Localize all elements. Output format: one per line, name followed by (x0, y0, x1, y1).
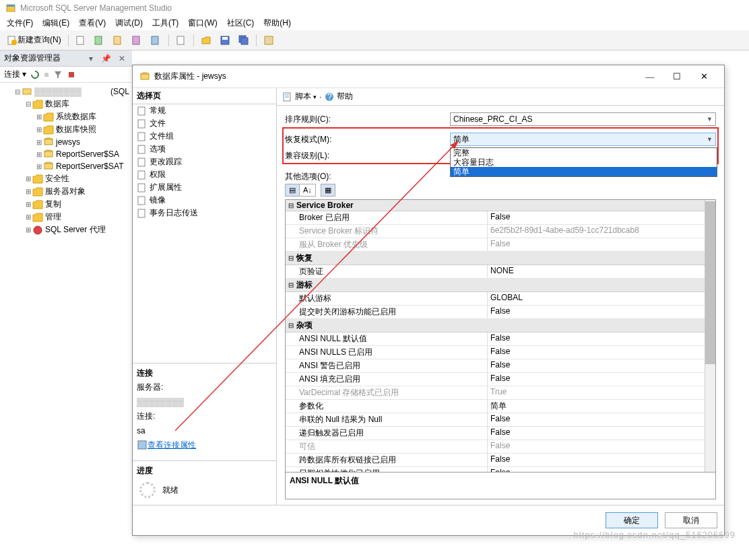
menu-file[interactable]: 文件(F) (7, 18, 33, 29)
page-extprops[interactable]: 扩展属性 (133, 181, 276, 194)
sysdb-node[interactable]: ⊞系统数据库 (32, 110, 132, 123)
toolbar-icon-2[interactable] (92, 34, 108, 47)
object-tree: ⊟▓▓▓▓▓▓▓▓(SQL ⊟数据库 ⊞系统数据库 ⊞数据库快照 ⊞jewsys… (0, 83, 132, 239)
connection-section: 连接 服务器: ▓▓▓▓▓▓▓▓ 连接: sa 查看连接属性 (133, 363, 276, 461)
prop-row: Service Broker 标识符6e2f5b2f-89d1-4abe-ad5… (286, 225, 715, 238)
toolbar-separator (68, 34, 69, 46)
svg-rect-6 (114, 36, 121, 44)
new-query-button[interactable]: 新建查询(N) (4, 33, 64, 47)
prop-row: VarDecimal 存储格式已启用True (286, 386, 715, 400)
prop-row: ANSI NULLS 已启用False (286, 346, 715, 359)
categorized-icon[interactable]: ▤ (286, 184, 300, 196)
view-connection-props-link[interactable]: 查看连接属性 (137, 440, 196, 451)
app-titlebar: Microsoft SQL Server Management Studio (0, 0, 749, 16)
jewsys-node[interactable]: ⊞jewsys (32, 136, 132, 148)
page-general[interactable]: 常规 (133, 104, 276, 117)
cancel-button[interactable]: 取消 (665, 512, 717, 528)
page-label: 扩展属性 (150, 182, 182, 193)
recovery-dropdown: 完整 大容量日志 简单 (450, 147, 717, 177)
close-button[interactable]: ✕ (690, 71, 717, 82)
mgmt-node[interactable]: ⊞管理 (22, 211, 132, 223)
rs-sat-node[interactable]: ⊞ReportServer$SAT (32, 160, 132, 172)
save-all-icon[interactable] (236, 34, 252, 47)
server-node[interactable]: ⊟▓▓▓▓▓▓▓▓(SQL (11, 85, 132, 98)
menu-edit[interactable]: 编辑(E) (42, 18, 69, 29)
filter-icon[interactable] (53, 70, 63, 79)
refresh-icon[interactable] (30, 70, 40, 79)
dialog-left-panel: 选择页 常规 文件 文件组 选项 更改跟踪 权限 扩展属性 镜像 事务日志传送 … (133, 88, 277, 505)
stop-icon[interactable] (67, 70, 76, 79)
agent-icon (32, 225, 43, 236)
toolbar-icon-5[interactable] (148, 34, 164, 47)
folder-icon (32, 99, 43, 110)
svg-rect-29 (138, 145, 145, 153)
databases-node[interactable]: ⊟数据库 (22, 98, 132, 110)
page-filegroups[interactable]: 文件组 (133, 130, 276, 143)
database-properties-dialog: 数据库属性 - jewsys — ☐ ✕ 选择页 常规 文件 文件组 选项 更改… (132, 65, 725, 536)
menubar: 文件(F) 编辑(E) 查看(V) 调试(D) 工具(T) 窗口(W) 社区(C… (0, 16, 749, 30)
dropdown-option-simple[interactable]: 简单 (451, 167, 717, 176)
menu-view[interactable]: 查看(V) (79, 18, 106, 29)
svg-rect-18 (44, 139, 53, 145)
page-options[interactable]: 选项 (133, 143, 276, 155)
ok-button[interactable]: 确定 (606, 512, 658, 528)
cat-label: 杂项 (296, 320, 313, 331)
page-mirror[interactable]: 镜像 (133, 194, 276, 207)
page-label: 选项 (150, 143, 166, 155)
script-button[interactable]: 脚本▾ (282, 91, 317, 102)
agent-node[interactable]: ⊞SQL Server 代理 (22, 223, 132, 236)
dialog-icon (139, 71, 150, 82)
dbsnap-node[interactable]: ⊞数据库快照 (32, 123, 132, 136)
menu-window[interactable]: 窗口(W) (188, 18, 217, 29)
cat-recovery[interactable]: ⊟恢复 (286, 252, 715, 265)
page-changetracking[interactable]: 更改跟踪 (133, 155, 276, 168)
cat-broker[interactable]: ⊟Service Broker (286, 200, 715, 211)
save-icon[interactable] (217, 34, 233, 47)
menu-tools[interactable]: 工具(T) (152, 18, 178, 29)
sort-toggle[interactable]: ▤A↓ (285, 184, 316, 197)
open-icon[interactable] (198, 34, 214, 47)
svg-rect-13 (241, 38, 248, 44)
menu-debug[interactable]: 调试(D) (115, 18, 143, 29)
cat-misc[interactable]: ⊟杂项 (286, 319, 715, 332)
toolbar-icon-9[interactable] (261, 34, 277, 47)
dropdown-option-full[interactable]: 完整 (451, 148, 717, 158)
prop-row: 服从 Broker 优先级False (286, 238, 715, 252)
script-icon (282, 92, 293, 102)
panel-controls[interactable]: ▾ 📌 ✕ (89, 54, 128, 63)
recovery-combo[interactable]: 简单▼ (450, 133, 716, 146)
srvobj-node[interactable]: ⊞服务器对象 (22, 185, 132, 198)
alphabetical-icon[interactable]: A↓ (300, 184, 315, 196)
page-permissions[interactable]: 权限 (133, 168, 276, 181)
toolbar-icon-1[interactable] (73, 34, 89, 47)
repl-node[interactable]: ⊞复制 (22, 198, 132, 211)
menu-community[interactable]: 社区(C) (227, 18, 255, 29)
grid-extra-btn[interactable]: ▦ (321, 184, 335, 196)
grid-scrollbar[interactable] (705, 200, 715, 472)
maximize-button[interactable]: ☐ (663, 71, 690, 82)
rs-sa-node[interactable]: ⊞ReportServer$SA (32, 148, 132, 160)
server-label: 服务器: (137, 382, 272, 393)
dialog-title: 数据库属性 - jewsys (154, 71, 637, 82)
database-icon (43, 137, 54, 147)
page-logship[interactable]: 事务日志传送 (133, 207, 276, 219)
page-label: 文件 (150, 118, 166, 129)
progress-section: 进度 就绪 (133, 460, 276, 505)
menu-help[interactable]: 帮助(H) (263, 18, 291, 29)
cat-cursor[interactable]: ⊟游标 (286, 279, 715, 292)
collation-combo[interactable]: Chinese_PRC_CI_AS▼ (450, 112, 716, 126)
toolbar-icon-4[interactable] (129, 34, 145, 47)
svg-rect-7 (133, 36, 139, 44)
connect-dropdown[interactable]: 连接 ▾ (4, 69, 26, 80)
toolbar-separator (193, 34, 194, 46)
prop-row: 参数化简单 (286, 400, 715, 413)
new-query-icon (7, 35, 18, 46)
page-files[interactable]: 文件 (133, 117, 276, 130)
minimize-button[interactable]: — (637, 71, 663, 82)
dropdown-option-bulk[interactable]: 大容量日志 (451, 158, 717, 167)
help-button[interactable]: ?帮助 (324, 91, 353, 102)
toolbar-icon-3[interactable] (110, 34, 127, 47)
toolbar-icon-6[interactable] (173, 34, 189, 47)
folder-icon (32, 186, 43, 197)
security-node[interactable]: ⊞安全性 (22, 172, 132, 185)
